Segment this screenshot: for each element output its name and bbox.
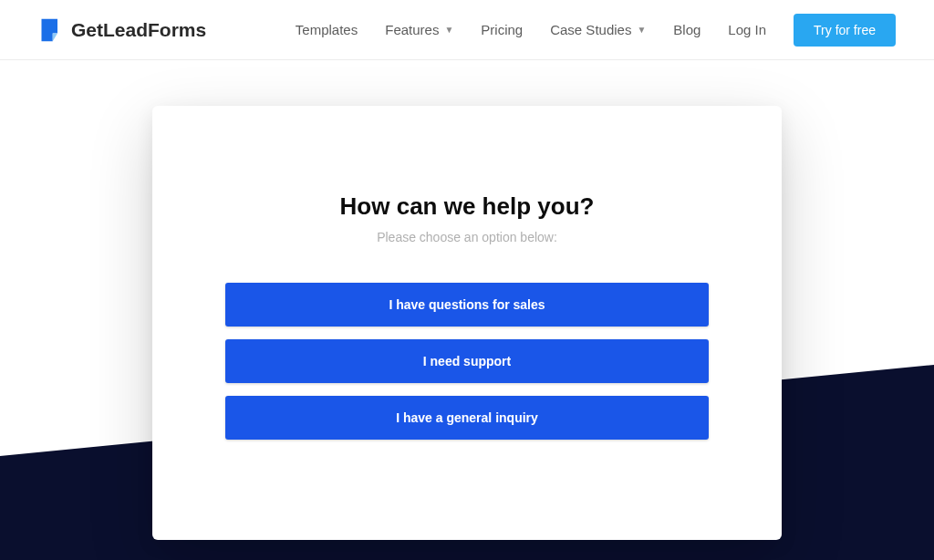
option-general[interactable]: I have a general inquiry [225,396,709,440]
chevron-down-icon: ▼ [637,25,646,35]
nav-blog[interactable]: Blog [673,22,700,37]
main-content: How can we help you? Please choose an op… [0,60,934,540]
nav-label: Log In [728,22,766,37]
nav-label: Features [385,22,439,37]
nav-features[interactable]: Features ▼ [385,22,453,37]
try-free-button[interactable]: Try for free [794,14,896,47]
nav-templates[interactable]: Templates [296,22,358,37]
options-list: I have questions for sales I need suppor… [225,283,709,440]
card-subtitle: Please choose an option below: [225,230,709,244]
card-title: How can we help you? [225,192,709,221]
brand-logo[interactable]: GetLeadForms [38,17,206,43]
logo-icon [38,17,64,43]
nav-case-studies[interactable]: Case Studies ▼ [550,22,646,37]
site-header: GetLeadForms Templates Features ▼ Pricin… [0,0,934,60]
nav-label: Pricing [481,22,523,37]
main-nav: Templates Features ▼ Pricing Case Studie… [296,14,896,47]
chevron-down-icon: ▼ [444,25,453,35]
nav-label: Case Studies [550,22,631,37]
nav-login[interactable]: Log In [728,22,766,37]
nav-label: Templates [296,22,358,37]
brand-name: GetLeadForms [71,19,206,41]
option-sales[interactable]: I have questions for sales [225,283,709,327]
nav-pricing[interactable]: Pricing [481,22,523,37]
help-card: How can we help you? Please choose an op… [152,106,782,540]
option-support[interactable]: I need support [225,339,709,383]
nav-label: Blog [673,22,700,37]
